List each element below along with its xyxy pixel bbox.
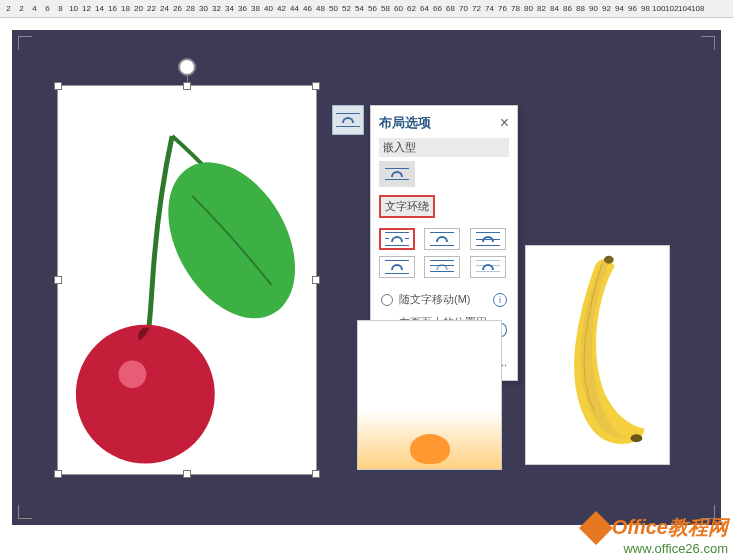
info-icon[interactable]: i	[493, 293, 507, 307]
svg-point-3	[604, 256, 614, 264]
horizontal-ruler: 2246810121416182022242628303234363840424…	[0, 0, 733, 18]
resize-handle-bl[interactable]	[54, 470, 62, 478]
wrap-tight-option[interactable]	[424, 228, 460, 250]
watermark: Office教程网 www.office26.com	[584, 514, 728, 556]
svg-point-2	[119, 360, 147, 388]
image-banana[interactable]	[525, 245, 670, 465]
popup-title: 布局选项	[379, 114, 431, 132]
image-orange[interactable]	[357, 320, 502, 470]
wrap-inline-option[interactable]	[379, 161, 415, 187]
document-area: 布局选项 × 嵌入型 文字环绕 随文字移动(M) i	[0, 18, 733, 556]
radio-move-label: 随文字移动(M)	[399, 292, 471, 307]
wrap-behind-option[interactable]	[424, 256, 460, 278]
svg-point-1	[76, 325, 215, 464]
resize-handle-br[interactable]	[312, 470, 320, 478]
margin-corner-bl	[18, 505, 32, 519]
page-canvas[interactable]: 布局选项 × 嵌入型 文字环绕 随文字移动(M) i	[12, 30, 721, 525]
wrap-through-option[interactable]	[470, 228, 506, 250]
resize-handle-mr[interactable]	[312, 276, 320, 284]
wrap-topbottom-option[interactable]	[379, 256, 415, 278]
inline-section-label: 嵌入型	[379, 138, 509, 157]
orange-icon	[410, 434, 450, 464]
layout-icon	[336, 113, 360, 127]
layout-options-button[interactable]	[332, 105, 364, 135]
resize-handle-bm[interactable]	[183, 470, 191, 478]
resize-handle-tm[interactable]	[183, 82, 191, 90]
wrap-section-label: 文字环绕	[379, 195, 435, 218]
rotate-handle[interactable]	[178, 58, 196, 76]
watermark-logo-icon	[579, 511, 613, 545]
svg-point-4	[631, 434, 643, 442]
margin-corner-tl	[18, 36, 32, 50]
resize-handle-tl[interactable]	[54, 82, 62, 90]
watermark-title-text: Office教程网	[612, 514, 728, 541]
svg-point-0	[142, 140, 316, 341]
resize-handle-ml[interactable]	[54, 276, 62, 284]
wrap-square-option[interactable]	[379, 228, 415, 250]
radio-move-with-text[interactable]: 随文字移动(M) i	[379, 288, 509, 311]
close-icon[interactable]: ×	[500, 114, 509, 132]
banana-icon	[526, 246, 669, 463]
watermark-url-text: www.office26.com	[584, 541, 728, 556]
wrap-front-option[interactable]	[470, 256, 506, 278]
cherry-icon	[58, 86, 316, 474]
margin-corner-tr	[701, 36, 715, 50]
radio-move-input[interactable]	[381, 294, 393, 306]
resize-handle-tr[interactable]	[312, 82, 320, 90]
selected-image-cherry[interactable]	[57, 85, 317, 475]
